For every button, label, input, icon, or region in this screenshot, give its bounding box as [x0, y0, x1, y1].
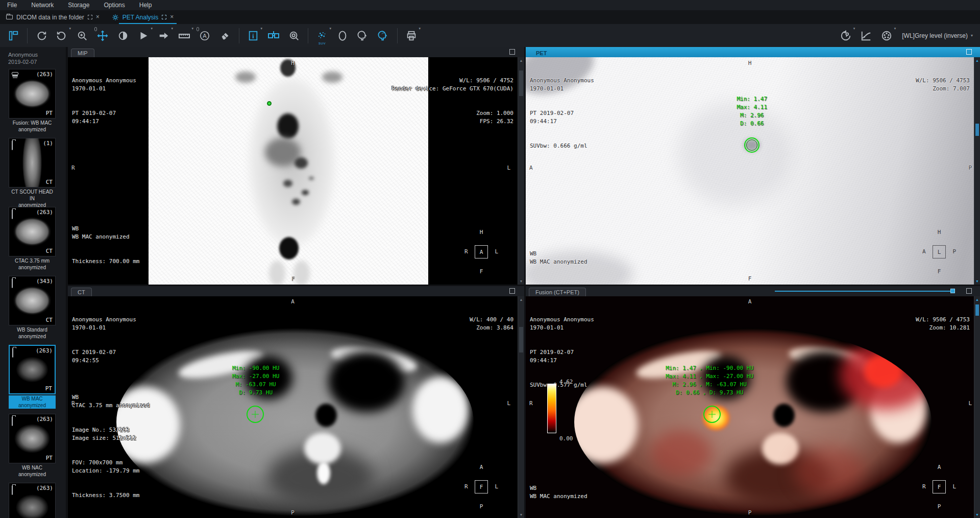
orientation-left: R — [71, 400, 75, 407]
ct-scrollbar[interactable]: ▲▼ — [518, 296, 524, 518]
series-item-wb-standard[interactable]: (343) CT WB Standardanonymized — [9, 276, 56, 340]
sagittal-view-icon[interactable] — [353, 26, 373, 45]
ct-roi-stats: Min: -90.00 HUMax: -27.00 HU M: -63.07 H… — [215, 364, 297, 397]
menu-file[interactable]: File — [7, 2, 17, 9]
maximize-icon[interactable] — [509, 288, 515, 294]
maximize-icon[interactable] — [966, 49, 972, 55]
series-item-scout[interactable]: (1) CT CT SCOUT HEAD INanonymized — [9, 138, 56, 208]
suv-colorbar-max: 4.62 — [559, 379, 573, 385]
menu-bar: File Network Storage Options Help — [0, 0, 980, 10]
dicom-viewer-window: File Network Storage Options Help DICOM … — [0, 0, 980, 518]
fusion-opacity-slider-handle[interactable] — [950, 289, 955, 293]
ct-roi-circle[interactable] — [247, 406, 264, 423]
zoom-icon[interactable] — [72, 26, 92, 45]
detach-tab-icon[interactable] — [88, 15, 92, 19]
series-item-wb-mac[interactable]: (263) PT WB MACanonymized — [9, 345, 56, 409]
panel-fusion: Fusion (CT+PET) — [526, 286, 980, 518]
maximize-icon[interactable] — [509, 49, 515, 55]
axial-view-icon[interactable] — [332, 26, 353, 45]
patient-header: Anonymous 2019-02-07 — [8, 51, 38, 65]
info-overlay-icon[interactable]: ▾ i — [243, 26, 263, 45]
series-caption: Fusion: WB MACanonymized — [9, 120, 56, 133]
measure-icon[interactable]: ▾ — [174, 26, 194, 45]
series-caption: WB MACanonymized — [9, 395, 56, 409]
menu-network[interactable]: Network — [31, 2, 54, 9]
pan-icon[interactable] — [92, 26, 113, 45]
magnifier-icon[interactable] — [284, 26, 304, 45]
series-count: (343) — [36, 278, 53, 285]
mip-scrollbar[interactable]: ▲▼ — [518, 57, 524, 285]
series-item-clipped[interactable]: (263) — [9, 483, 56, 518]
series-count: (1) — [43, 140, 53, 147]
mip-series-info: WBWB MAC anonymized Thickness: 700.00 mm — [72, 208, 139, 282]
main-content: Anonymous 2019-02-07 (263) PT Fusion: WB… — [0, 47, 980, 518]
lut-curve-icon[interactable] — [856, 26, 876, 45]
mip-viewport[interactable]: Anonymous Anonymous1970-01-01 PT 2019-02… — [68, 57, 518, 285]
tab-pet-analysis[interactable]: PET Analysis × — [106, 10, 180, 24]
layout-icon[interactable] — [3, 26, 23, 45]
pet-patient-info: Anonymous Anonymous1970-01-01 PT 2019-02… — [530, 60, 594, 167]
ct-viewport[interactable]: Anonymous Anonymous1970-01-01 CT 2019-02… — [68, 296, 518, 518]
detach-tab-icon[interactable] — [162, 15, 166, 19]
tab-bar: DICOM data in the folder × PET Analysis … — [0, 10, 980, 24]
series-modality: CT — [46, 317, 53, 323]
fusion-render-stats: W/L: 9506 / 4753Zoom: 10.281 — [916, 299, 970, 348]
compare-layout-icon[interactable] — [263, 26, 284, 45]
color-lut-icon[interactable]: ▾ — [876, 26, 897, 45]
pet-scrollbar[interactable]: ▲▼ — [974, 57, 980, 285]
orientation-right: L — [507, 400, 510, 407]
pet-title-bar: PET — [526, 47, 980, 57]
tab-dicom-folder[interactable]: DICOM data in the folder × — [0, 10, 106, 24]
fusion-anatomy — [574, 328, 932, 516]
toolbar: ▾ ▾ ▾ ▾ A ▾ i — [0, 24, 980, 47]
orientation-top: A — [68, 298, 518, 305]
maximize-icon[interactable] — [966, 288, 972, 294]
eraser-icon[interactable] — [215, 26, 235, 45]
reset-display-icon[interactable]: ▾ — [836, 26, 856, 45]
tab-label: DICOM data in the folder — [16, 14, 84, 21]
svg-text:A: A — [203, 33, 207, 39]
pet-viewport[interactable]: Anonymous Anonymous1970-01-01 PT 2019-02… — [526, 57, 974, 285]
cine-play-icon[interactable]: ▾ — [133, 26, 154, 45]
pet-render-stats: W/L: 9506 / 4753Zoom: 7.007 — [916, 60, 970, 109]
layers-icon — [12, 72, 18, 75]
window-level-icon[interactable] — [113, 26, 133, 45]
orientation-top: A — [526, 298, 974, 305]
series-item-fusion[interactable]: (263) PT Fusion: WB MACanonymized — [9, 69, 56, 133]
close-tab-icon[interactable]: × — [96, 15, 100, 19]
close-tab-icon[interactable]: × — [170, 15, 174, 19]
fusion-viewport[interactable]: Anonymous Anonymous1970-01-01 PT 2019-02… — [526, 296, 974, 518]
toolbar-divider — [308, 28, 308, 43]
menu-help[interactable]: Help — [139, 2, 152, 9]
orientation-bottom: P — [68, 509, 518, 516]
series-caption: WB Standardanonymized — [9, 326, 56, 340]
fusion-roi-circle[interactable] — [703, 406, 721, 423]
folder-icon — [12, 485, 13, 495]
menu-storage[interactable]: Storage — [68, 2, 89, 9]
head-view-icon[interactable] — [373, 26, 394, 45]
series-step-icon[interactable]: ▾ — [154, 26, 174, 45]
suv-icon[interactable]: ▾ SUV — [312, 26, 332, 45]
folder-icon — [12, 278, 13, 288]
mip-anatomy — [149, 57, 428, 285]
series-item-ctac[interactable]: (263) CT CTAC 3.75 mmanonymized — [9, 207, 56, 271]
mip-title-bar: MIP — [68, 47, 524, 57]
orientation-top: H — [526, 60, 974, 66]
series-modality: CT — [46, 248, 53, 254]
pet-roi-circle[interactable] — [744, 137, 760, 153]
orientation-cube: A R F L P — [458, 464, 504, 510]
rotate-reset-icon[interactable]: ▾ — [52, 26, 72, 45]
suv-colorbar — [547, 384, 556, 433]
wl-preset-caret-icon[interactable]: ▾ — [971, 33, 973, 38]
fusion-opacity-slider-track[interactable] — [775, 291, 952, 292]
wl-preset-selector[interactable]: [WL]Grey level (inverse) — [902, 32, 968, 39]
folder-icon — [12, 140, 13, 150]
mip-render-stats: W/L: 9506 / 4752Render device: GeForce G… — [392, 60, 513, 142]
annotation-icon[interactable]: A — [194, 26, 215, 45]
print-icon[interactable]: ▾ — [401, 26, 422, 45]
fusion-scrollbar[interactable]: ▲▼ — [974, 296, 980, 518]
suv-label: SUV — [312, 42, 332, 45]
menu-options[interactable]: Options — [104, 2, 125, 9]
series-item-wb-nac[interactable]: (263) PT WB NACanonymized — [9, 414, 56, 478]
rotate-3d-icon[interactable] — [31, 26, 52, 45]
